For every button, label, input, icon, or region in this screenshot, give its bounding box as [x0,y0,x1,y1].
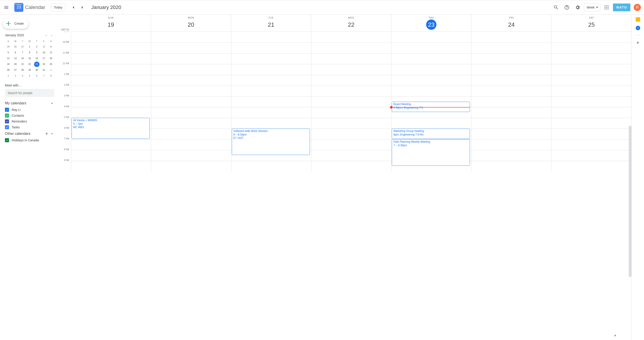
prev-period-button[interactable] [69,3,78,12]
other-calendars-header[interactable]: Other calendars [2,130,58,137]
mini-day[interactable]: 2 [6,73,11,79]
mini-day[interactable]: 26 [6,67,11,73]
mini-day[interactable]: 5 [27,73,32,79]
calendar-item[interactable]: Contacts [2,113,58,119]
mini-day[interactable]: 1 [27,44,32,49]
mini-day[interactable]: 31 [20,44,25,49]
day-header[interactable]: THU23 [391,14,471,32]
calendar-item[interactable]: Holidays in Canada [2,137,58,143]
search-button[interactable] [552,3,560,12]
mini-day[interactable]: 23 [34,62,40,67]
mini-day[interactable]: 2 [34,44,40,49]
mini-day[interactable]: 28 [20,67,25,73]
day-header[interactable]: SUN19 [71,14,151,32]
calendar-item[interactable]: Reminders [2,119,58,124]
mini-day[interactable]: 16 [34,56,40,61]
mini-day[interactable]: 25 [48,62,54,67]
my-calendars-header[interactable]: My calendars [2,100,58,107]
calendar-label: Reminders [12,120,27,123]
checkbox-icon[interactable] [5,138,9,142]
mini-day[interactable]: 8 [27,50,32,55]
day-header[interactable]: SAT25 [551,14,632,32]
mini-day[interactable]: 12 [6,56,11,61]
day-header[interactable]: TUE21 [231,14,311,32]
calendar-event[interactable]: Path Planning Weekly Meeting7 – 9:30pm [392,139,470,166]
add-calendar-icon[interactable] [44,132,49,136]
calendar-event[interactable]: All Hands + WWWS5 – 7pmMC 4061 [72,118,150,139]
mini-day[interactable]: 30 [34,67,40,73]
calendar-event[interactable]: Marketing Group meeting6pm, Engineering … [392,129,470,139]
mini-day[interactable]: 27 [13,67,18,73]
time-label: 10 AM [63,41,69,43]
calendar-event[interactable]: Software-wide Work Session6 – 8:30pmE7 1… [232,129,310,155]
day-column[interactable] [551,32,632,171]
mini-day[interactable]: 11 [48,50,54,55]
mini-day[interactable]: 3 [13,73,18,79]
plus-icon [6,20,12,27]
mini-day[interactable]: 7 [41,73,46,79]
day-column[interactable] [311,32,391,171]
help-button[interactable] [562,3,571,12]
mini-day[interactable]: 5 [6,50,11,55]
day-column[interactable]: All Hands + WWWS5 – 7pmMC 4061 [71,32,151,171]
mini-day[interactable]: 4 [48,44,54,49]
day-of-week: SAT [552,16,632,19]
keep-icon[interactable] [636,17,640,22]
mini-day[interactable]: 14 [20,56,25,61]
mini-day[interactable]: 8 [48,73,54,79]
mini-day[interactable]: 29 [27,67,32,73]
show-side-panel-button[interactable] [613,333,618,339]
mini-day[interactable]: 6 [34,73,40,79]
add-addon-button[interactable]: + [636,40,639,45]
checkbox-icon[interactable] [5,108,9,112]
day-header[interactable]: WED22 [311,14,391,32]
current-date-range: January 2020 [91,4,121,10]
mini-day[interactable]: 20 [13,62,18,67]
checkbox-icon[interactable] [5,114,9,118]
day-header[interactable]: FRI24 [471,14,551,32]
mini-day[interactable]: 1 [48,67,54,73]
next-period-button[interactable] [78,3,87,12]
scrollbar[interactable] [629,35,632,338]
day-column[interactable]: Software-wide Work Session6 – 8:30pmE7 1… [231,32,311,171]
day-header[interactable]: MON20 [151,14,231,32]
mini-day[interactable]: 15 [27,56,32,61]
mini-day[interactable]: 30 [13,44,18,49]
settings-button[interactable] [573,3,582,12]
search-people-input[interactable] [5,89,54,97]
mini-day[interactable]: 7 [20,50,25,55]
mini-day[interactable]: 13 [13,56,18,61]
mini-day[interactable]: 17 [41,56,46,61]
mini-day[interactable]: 10 [41,50,46,55]
mini-day[interactable]: 19 [6,62,11,67]
mini-day[interactable]: 9 [34,50,40,55]
main-menu-button[interactable] [2,3,11,12]
create-button[interactable]: Create [3,18,29,29]
mini-day[interactable]: 4 [20,73,25,79]
mini-day[interactable]: 3 [41,44,46,49]
mini-day[interactable]: 24 [41,62,46,67]
today-button[interactable]: Today [51,3,65,11]
calendar-item[interactable]: Tasks [2,124,58,130]
mini-day[interactable]: 21 [20,62,25,67]
checkbox-icon[interactable] [5,119,9,123]
calendar-event[interactable]: Board Meeting3:30pm, Engineering 7-5 [392,102,470,112]
mini-day[interactable]: 18 [48,56,54,61]
google-apps-button[interactable] [602,3,611,12]
view-switcher-button[interactable]: Week [584,3,600,11]
mini-prev-button[interactable]: ‹ [44,32,49,38]
calendar-item[interactable]: Ray Li [2,107,58,113]
day-column[interactable] [471,32,551,171]
mini-dow: T [34,39,40,44]
mini-day[interactable]: 22 [27,62,32,67]
account-avatar[interactable]: R [634,4,641,11]
checkbox-icon[interactable] [5,125,9,129]
mini-next-button[interactable]: › [49,32,54,38]
mini-day[interactable]: 6 [13,50,18,55]
time-label: 9 AM [64,32,69,32]
day-column[interactable] [151,32,231,171]
mini-day[interactable]: 29 [6,44,11,49]
day-column[interactable]: Board Meeting3:30pm, Engineering 7-5Mark… [391,32,471,171]
tasks-icon[interactable] [636,26,640,30]
mini-day[interactable]: 31 [41,67,46,73]
